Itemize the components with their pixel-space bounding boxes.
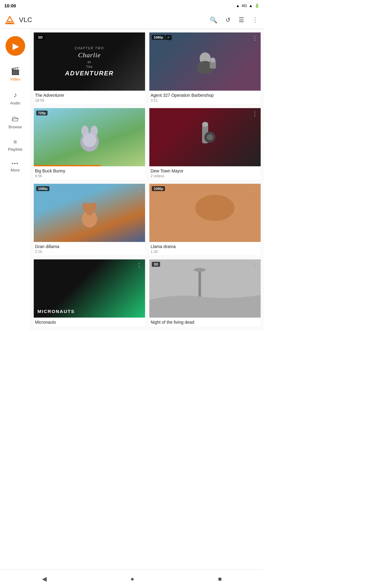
audio-icon: ♪ bbox=[13, 91, 17, 99]
video-title: The Adventurer bbox=[35, 93, 144, 98]
video-info: Dew Town Mayor 2 videos bbox=[149, 166, 261, 179]
app-bar-actions: 🔍 ↺ ☰ ⋮ bbox=[209, 15, 259, 25]
video-content-area: CHAPTER TWO Charlie as The ADVENTURER SD… bbox=[31, 29, 264, 330]
video-card-llama[interactable]: 1080p ⋮ Llama drama 1:30 bbox=[149, 184, 261, 255]
video-meta: 2:26 bbox=[35, 250, 144, 254]
svg-rect-3 bbox=[7, 23, 13, 24]
video-meta: 2 videos bbox=[151, 174, 259, 178]
sort-button[interactable]: ☰ bbox=[237, 15, 245, 25]
video-more-button[interactable]: ⋮ bbox=[135, 185, 144, 194]
video-more-button[interactable]: ⋮ bbox=[250, 34, 259, 43]
status-icons: ▲ 4G ▲ 🔋 bbox=[236, 3, 259, 8]
more-options-button[interactable]: ⋮ bbox=[251, 15, 259, 25]
video-meta: 1:30 bbox=[151, 250, 259, 254]
video-card-bbb[interactable]: 720p Big Buck Bunny 9:56 bbox=[34, 108, 145, 179]
svg-point-7 bbox=[210, 58, 215, 62]
progress-bar bbox=[34, 165, 101, 166]
video-card-night[interactable]: SD ⋮ Night of the living dead bbox=[149, 259, 261, 326]
wifi-icon: ▲ bbox=[236, 3, 240, 8]
svg-point-19 bbox=[92, 202, 97, 211]
video-grid: CHAPTER TWO Charlie as The ADVENTURER SD… bbox=[34, 32, 261, 326]
video-card-adventurer[interactable]: CHAPTER TWO Charlie as The ADVENTURER SD… bbox=[34, 32, 145, 104]
thumbnail-wrap: CHAPTER TWO Charlie as The ADVENTURER SD bbox=[34, 32, 145, 91]
sidebar-item-audio[interactable]: ♪ Audio bbox=[0, 87, 30, 109]
video-title: Agent 327 Operation Barbershop bbox=[151, 93, 259, 98]
signal-4g: 4G bbox=[242, 3, 247, 8]
video-title: Big Buck Bunny bbox=[35, 168, 144, 173]
sidebar-label-browse: Browse bbox=[9, 125, 22, 129]
thumbnail-wrap: 1080p ⋮ bbox=[149, 184, 261, 242]
video-card-dewtown[interactable]: ⋮ Dew Town Mayor 2 videos bbox=[149, 108, 261, 179]
video-info: Night of the living dead bbox=[149, 318, 261, 326]
quality-badge: 1080p bbox=[152, 35, 165, 40]
svg-point-21 bbox=[195, 195, 234, 221]
svg-point-11 bbox=[83, 134, 96, 147]
svg-rect-2 bbox=[7, 21, 12, 22]
video-info: Agent 327 Operation Barbershop 3:51 bbox=[149, 91, 261, 104]
svg-point-13 bbox=[202, 122, 208, 127]
video-meta: 3:51 bbox=[151, 98, 259, 103]
video-card-agent327[interactable]: 1080p ✓ ⋮ Agent 327 Operation Barbershop… bbox=[149, 32, 261, 104]
quality-badge: 720p bbox=[36, 111, 48, 115]
status-bar: 10:00 ▲ 4G ▲ 🔋 bbox=[0, 0, 264, 11]
video-icon: 🎬 bbox=[11, 67, 20, 75]
svg-point-18 bbox=[82, 202, 87, 211]
video-title: Night of the living dead bbox=[151, 320, 259, 325]
thumbnail-wrap: 720p bbox=[34, 108, 145, 166]
check-badge: ✓ bbox=[165, 35, 172, 40]
quality-badge: SD bbox=[152, 262, 160, 267]
video-more-button[interactable]: ⋮ bbox=[250, 185, 259, 194]
video-meta: 9:56 bbox=[35, 174, 144, 178]
quality-badge: 1080p bbox=[36, 186, 49, 191]
browse-icon: 🗁 bbox=[12, 115, 19, 123]
signal-icon: ▲ bbox=[249, 3, 253, 8]
svg-point-15 bbox=[207, 134, 213, 140]
video-info: The Adventurer 18:59 bbox=[34, 91, 145, 104]
video-title: Dew Town Mayor bbox=[151, 168, 259, 173]
history-button[interactable]: ↺ bbox=[224, 15, 232, 25]
thumbnail-wrap: ⋮ bbox=[149, 108, 261, 166]
playlists-icon: ≡ bbox=[13, 138, 17, 145]
video-info: Big Buck Bunny 9:56 bbox=[34, 166, 145, 179]
video-more-button[interactable]: ⋮ bbox=[250, 109, 259, 119]
sidebar-item-video[interactable]: 🎬 Video bbox=[0, 63, 30, 85]
thumbnail-wrap: 1080p ⋮ bbox=[34, 184, 145, 242]
video-meta: 18:59 bbox=[35, 98, 144, 103]
sidebar-item-browse[interactable]: 🗁 Browse bbox=[0, 111, 30, 133]
sidebar-item-playlists[interactable]: ≡ Playlists bbox=[0, 135, 30, 155]
sidebar-label-more: More bbox=[11, 168, 20, 172]
more-icon: ••• bbox=[12, 161, 19, 166]
search-button[interactable]: 🔍 bbox=[209, 15, 219, 25]
sidebar-label-audio: Audio bbox=[10, 101, 20, 105]
play-circle-icon: ▶ bbox=[13, 41, 19, 51]
video-title: Micronauts bbox=[35, 320, 144, 325]
status-time: 10:00 bbox=[4, 3, 16, 8]
app-bar: VLC 🔍 ↺ ☰ ⋮ bbox=[0, 11, 264, 29]
play-circle-button[interactable]: ▶ bbox=[6, 36, 25, 56]
svg-point-24 bbox=[194, 268, 205, 272]
battery-icon: 🔋 bbox=[255, 3, 259, 8]
app-title: VLC bbox=[19, 16, 209, 24]
video-card-micro[interactable]: MICRONAUTS ⋮ Micronauts bbox=[34, 259, 145, 326]
video-card-gran[interactable]: 1080p ⋮ Gran dillama 2:26 bbox=[34, 184, 145, 255]
video-info: Llama drama 1:30 bbox=[149, 242, 261, 255]
quality-badge: SD bbox=[36, 35, 44, 40]
sidebar-label-playlists: Playlists bbox=[8, 147, 23, 152]
video-info: Micronauts bbox=[34, 318, 145, 326]
sidebar: ▶ 🎬 Video ♪ Audio 🗁 Browse ≡ Playlists •… bbox=[0, 29, 31, 330]
video-title: Gran dillama bbox=[35, 244, 144, 249]
video-info: Gran dillama 2:26 bbox=[34, 242, 145, 255]
video-more-button[interactable]: ⋮ bbox=[135, 261, 144, 270]
vlc-logo bbox=[4, 14, 15, 25]
video-more-button[interactable]: ⋮ bbox=[250, 261, 259, 270]
sidebar-label-video: Video bbox=[10, 77, 20, 81]
thumbnail-wrap: 1080p ✓ ⋮ bbox=[149, 32, 261, 91]
main-layout: ▶ 🎬 Video ♪ Audio 🗁 Browse ≡ Playlists •… bbox=[0, 29, 264, 330]
sidebar-item-more[interactable]: ••• More bbox=[0, 157, 30, 176]
thumbnail-wrap: SD ⋮ bbox=[149, 259, 261, 318]
video-title: Llama drama bbox=[151, 244, 259, 249]
quality-badge: 1080p bbox=[152, 186, 165, 191]
thumbnail-wrap: MICRONAUTS ⋮ bbox=[34, 259, 145, 318]
